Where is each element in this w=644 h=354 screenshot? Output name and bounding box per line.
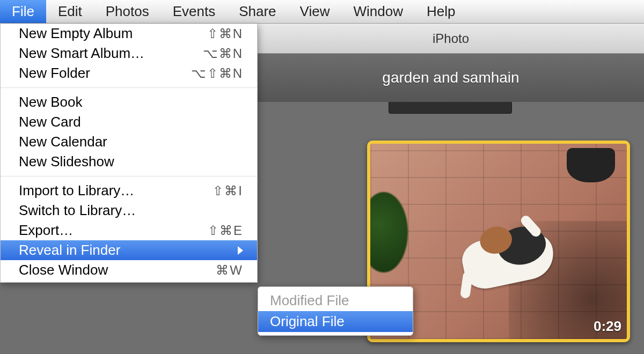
- menu-item-label: Export…: [19, 222, 73, 239]
- menu-item-label: Import to Library…: [19, 182, 134, 199]
- menu-edit[interactable]: Edit: [46, 0, 94, 23]
- menu-item-new-calendar[interactable]: New Calendar: [1, 132, 257, 152]
- menu-item-label: New Calendar: [19, 134, 107, 150]
- menu-item-shortcut: ⇧⌘I: [213, 183, 243, 198]
- menu-item-import-to-library[interactable]: Import to Library… ⇧⌘I: [1, 181, 257, 201]
- menu-item-label: New Smart Album…: [19, 45, 144, 62]
- menu-events[interactable]: Events: [161, 0, 228, 23]
- menu-item-new-empty-album[interactable]: New Empty Album ⇧⌘N: [1, 24, 257, 43]
- menu-item-shortcut: ⌘W: [216, 263, 243, 278]
- reveal-in-finder-submenu: Modified File Original File: [258, 286, 413, 336]
- menubar: File Edit Photos Events Share View Windo…: [0, 0, 644, 24]
- menu-photos[interactable]: Photos: [94, 0, 161, 23]
- thumbnail-above-sliver[interactable]: [389, 102, 512, 114]
- menu-item-label: Switch to Library…: [19, 202, 136, 219]
- menu-view[interactable]: View: [288, 0, 342, 23]
- menu-item-label: Modified File: [270, 292, 349, 309]
- menu-item-new-slideshow[interactable]: New Slideshow: [1, 152, 257, 172]
- menu-item-switch-to-library[interactable]: Switch to Library…: [1, 201, 257, 220]
- menu-item-new-card[interactable]: New Card: [1, 112, 257, 132]
- menu-item-new-smart-album[interactable]: New Smart Album… ⌥⌘N: [1, 43, 257, 63]
- menu-item-label: Original File: [270, 313, 345, 330]
- menu-item-shortcut: ⌥⌘N: [203, 46, 243, 61]
- menu-item-label: New Folder: [19, 65, 90, 82]
- thumbnail-image: [567, 148, 615, 182]
- menu-file[interactable]: File: [0, 0, 46, 23]
- menu-item-shortcut: ⌥⇧⌘N: [191, 66, 243, 81]
- event-header: garden and samhain: [258, 54, 644, 102]
- video-duration-badge: 0:29: [594, 318, 621, 335]
- menu-item-label: New Card: [19, 114, 81, 130]
- menu-item-label: New Empty Album: [19, 25, 133, 42]
- submenu-item-modified-file: Modified File: [258, 290, 413, 311]
- file-menu-dropdown: New Empty Album ⇧⌘N New Smart Album… ⌥⌘N…: [0, 24, 258, 283]
- menu-item-new-folder[interactable]: New Folder ⌥⇧⌘N: [1, 63, 257, 83]
- menu-item-label: Reveal in Finder: [19, 242, 120, 259]
- menu-help[interactable]: Help: [415, 0, 467, 23]
- menu-share[interactable]: Share: [227, 0, 288, 23]
- window-titlebar: iPhoto: [258, 24, 644, 54]
- menu-separator: [1, 176, 257, 176]
- menu-item-shortcut: ⇧⌘N: [207, 26, 243, 41]
- menu-item-new-book[interactable]: New Book: [1, 92, 257, 112]
- menu-item-label: Close Window: [19, 262, 108, 278]
- submenu-item-original-file[interactable]: Original File: [258, 311, 413, 332]
- menu-window[interactable]: Window: [341, 0, 414, 23]
- menu-item-label: New Book: [19, 94, 83, 110]
- menu-item-reveal-in-finder[interactable]: Reveal in Finder: [1, 240, 257, 260]
- menu-item-close-window[interactable]: Close Window ⌘W: [1, 260, 257, 280]
- menu-item-export[interactable]: Export… ⇧⌘E: [1, 220, 257, 240]
- chevron-right-icon: [238, 246, 243, 255]
- menu-item-label: New Slideshow: [19, 153, 114, 170]
- menu-separator: [1, 87, 257, 88]
- window-title: iPhoto: [433, 31, 469, 46]
- event-title: garden and samhain: [382, 69, 519, 86]
- menu-item-shortcut: ⇧⌘E: [208, 223, 243, 238]
